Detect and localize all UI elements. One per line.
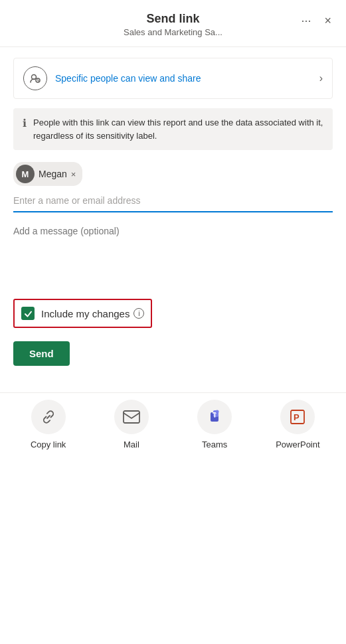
powerpoint-icon: P <box>280 400 315 434</box>
share-option-powerpoint[interactable]: P PowerPoint <box>271 400 324 449</box>
mail-label: Mail <box>124 440 139 449</box>
header-actions: ··· × <box>297 12 335 29</box>
chevron-right-icon: › <box>319 72 323 84</box>
permission-left: Specific people can view and share <box>23 66 201 90</box>
recipient-name: Megan <box>39 169 67 179</box>
dialog-header: Send link Sales and Marketing Sa... ··· … <box>0 0 346 47</box>
info-box: ℹ People with this link can view this re… <box>13 108 333 150</box>
share-option-teams[interactable]: Teams <box>188 400 241 449</box>
permission-text: Specific people can view and share <box>55 73 201 84</box>
teams-label: Teams <box>202 440 227 449</box>
dialog-title: Send link <box>146 12 199 26</box>
email-input[interactable] <box>13 193 333 208</box>
dialog-subtitle: Sales and Marketing Sa... <box>124 27 222 37</box>
dialog-content: Specific people can view and share › ℹ P… <box>0 47 346 392</box>
permission-row[interactable]: Specific people can view and share › <box>13 58 333 99</box>
info-text: People with this link can view this repo… <box>33 116 323 142</box>
svg-rect-2 <box>124 411 139 423</box>
copy-link-icon <box>31 400 66 434</box>
svg-text:P: P <box>294 412 300 422</box>
svg-point-7 <box>216 410 219 414</box>
info-icon: ℹ <box>23 117 27 129</box>
copy-link-label: Copy link <box>31 440 66 449</box>
send-link-dialog: Send link Sales and Marketing Sa... ··· … <box>0 0 346 644</box>
recipient-avatar: M <box>16 165 35 183</box>
message-input[interactable] <box>13 223 333 283</box>
recipient-chip: M Megan × <box>13 162 82 186</box>
include-changes-info-icon[interactable]: i <box>133 308 144 319</box>
more-options-button[interactable]: ··· <box>297 12 315 29</box>
mail-icon <box>114 400 149 434</box>
share-options: Copy link Mail <box>0 392 346 463</box>
close-button[interactable]: × <box>320 12 335 29</box>
include-changes-label: Include my changes i <box>41 308 144 319</box>
share-option-copy-link[interactable]: Copy link <box>22 400 75 449</box>
email-input-wrapper <box>13 193 333 212</box>
teams-icon <box>197 400 232 434</box>
recipients-area: M Megan × <box>13 162 333 186</box>
svg-rect-6 <box>215 414 216 418</box>
powerpoint-label: PowerPoint <box>276 440 319 449</box>
include-changes-checkbox[interactable] <box>21 307 35 320</box>
recipient-remove-button[interactable]: × <box>71 170 76 179</box>
permission-icon <box>23 66 47 90</box>
include-changes-row: Include my changes i <box>13 299 152 328</box>
share-option-mail[interactable]: Mail <box>105 400 158 449</box>
send-button[interactable]: Send <box>13 341 70 366</box>
